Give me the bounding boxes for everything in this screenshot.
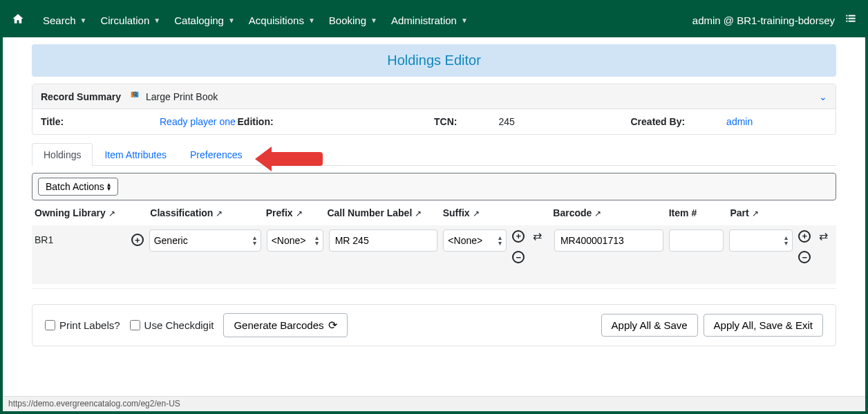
title-link[interactable]: Ready player one (160, 116, 236, 127)
col-barcode-label: Barcode (553, 207, 592, 218)
createdby-label: Created By: (631, 116, 686, 127)
print-labels-checkbox[interactable]: Print Labels? (45, 319, 120, 331)
prefix-select[interactable]: ▴▾ (267, 229, 323, 252)
prefix-input[interactable] (272, 235, 312, 246)
spinner-icon[interactable]: ▴▾ (784, 235, 788, 246)
classification-input[interactable] (154, 235, 250, 246)
chevron-down-icon: ▼ (461, 17, 468, 24)
nav-circulation[interactable]: Circulation▼ (93, 9, 167, 32)
nav-label: Circulation (100, 15, 149, 26)
footer-actions: Print Labels? Use Checkdigit Generate Ba… (32, 304, 836, 346)
grid-header-row: Owning Library↗ Classification↗ Prefix↗ … (32, 200, 836, 225)
createdby-link[interactable]: admin (726, 116, 753, 127)
nav-label: Acquisitions (249, 15, 304, 26)
svg-rect-3 (849, 17, 856, 19)
nav-acquisitions[interactable]: Acquisitions▼ (242, 9, 322, 32)
tcn-label: TCN: (434, 116, 457, 127)
use-checkdigit-input[interactable] (130, 320, 140, 330)
svg-rect-4 (846, 20, 847, 21)
holdings-row: BR1 + ▴▾ ▴▾ ▴▾ (32, 225, 836, 284)
spinner-icon[interactable]: ▴▾ (253, 235, 256, 246)
list-menu-icon[interactable] (845, 13, 857, 28)
status-bar: https://demo.evergreencatalog.com/eg2/en… (3, 396, 865, 411)
record-summary-row: Title: Ready player one Edition: TCN: 24… (32, 109, 836, 134)
add-circle-icon[interactable]: + (131, 234, 144, 246)
part-input[interactable] (734, 235, 782, 246)
page-title-banner: Holdings Editor (32, 44, 836, 77)
item-number-input[interactable] (669, 229, 724, 252)
record-summary-label: Record Summary (41, 91, 121, 102)
sort-icon[interactable]: ↗ (296, 209, 303, 218)
generate-barcodes-button[interactable]: Generate Barcodes ⟳ (223, 313, 347, 337)
record-format: Large Print Book (146, 91, 218, 102)
barcode-input[interactable] (554, 229, 663, 252)
main-navbar: Search▼ Circulation▼ Cataloging▼ Acquisi… (3, 3, 865, 37)
tab-label: Item Attributes (104, 149, 166, 160)
nav-label: Administration (391, 15, 457, 26)
apply-save-button[interactable]: Apply All & Save (601, 314, 698, 337)
col-owning-label: Owning Library (35, 207, 106, 218)
add-circle-icon[interactable]: + (512, 230, 525, 243)
suffix-select[interactable]: ▴▾ (443, 229, 507, 252)
apply-save-label: Apply All & Save (612, 319, 688, 331)
svg-rect-1 (849, 15, 856, 16)
sort-icon[interactable]: ↗ (415, 209, 422, 218)
svg-rect-0 (846, 15, 847, 16)
user-label[interactable]: admin @ BR1-training-bdorsey (692, 15, 835, 26)
col-prefix-label: Prefix (266, 207, 293, 218)
nav-label: Search (43, 15, 76, 26)
batch-actions-button[interactable]: Batch Actions ▴▾ (38, 178, 118, 196)
print-labels-input[interactable] (45, 320, 55, 330)
spinner-icon[interactable]: ▴▾ (498, 235, 502, 246)
sort-icon[interactable]: ↗ (216, 209, 223, 218)
nav-label: Booking (329, 15, 366, 26)
apply-save-exit-button[interactable]: Apply All, Save & Exit (704, 314, 823, 337)
chevron-down-icon: ▼ (308, 17, 315, 24)
nav-search[interactable]: Search▼ (36, 9, 93, 32)
col-itemno-label: Item # (669, 207, 697, 218)
nav-booking[interactable]: Booking▼ (322, 9, 384, 32)
tab-label: Holdings (44, 149, 81, 160)
col-class-label: Classification (150, 207, 213, 218)
tab-preferences[interactable]: Preferences (178, 143, 254, 166)
sort-icon: ▴▾ (107, 182, 111, 191)
nav-administration[interactable]: Administration▼ (384, 9, 475, 32)
generate-label: Generate Barcodes (234, 319, 323, 331)
sort-icon[interactable]: ↗ (752, 209, 759, 218)
tcn-value: 245 (498, 116, 514, 127)
tab-item-attributes[interactable]: Item Attributes (93, 143, 178, 166)
print-labels-label: Print Labels? (59, 319, 120, 331)
nav-cataloging[interactable]: Cataloging▼ (167, 9, 242, 32)
nav-label: Cataloging (174, 15, 224, 26)
chevron-down-icon: ▼ (80, 17, 87, 24)
chevron-down-icon: ▼ (370, 17, 377, 24)
svg-rect-2 (846, 17, 847, 19)
record-summary-panel: Record Summary Large Print Book ⌄ Title:… (32, 84, 836, 135)
use-checkdigit-checkbox[interactable]: Use Checkdigit (130, 319, 214, 331)
sort-icon[interactable]: ↗ (108, 209, 115, 218)
home-icon[interactable] (11, 12, 25, 28)
batch-actions-label: Batch Actions (46, 181, 104, 192)
owning-library-value: BR1 (35, 234, 53, 245)
part-select[interactable]: ▴▾ (729, 229, 793, 252)
suffix-input[interactable] (448, 235, 496, 246)
sort-icon[interactable]: ↗ (473, 209, 480, 218)
transfer-icon[interactable]: ⇄ (533, 229, 542, 243)
transfer-icon[interactable]: ⇄ (819, 229, 828, 243)
tab-bar: Holdings Item Attributes Preferences (32, 143, 836, 166)
record-summary-header: Record Summary Large Print Book ⌄ (32, 84, 836, 109)
book-format-icon (128, 90, 146, 103)
chevron-down-icon: ▼ (228, 17, 235, 24)
call-number-input[interactable] (329, 229, 438, 252)
title-label: Title: (41, 116, 118, 127)
add-circle-icon[interactable]: + (798, 230, 811, 243)
sort-icon[interactable]: ↗ (594, 209, 601, 218)
apply-save-exit-label: Apply All, Save & Exit (714, 319, 813, 331)
remove-circle-icon[interactable]: − (512, 251, 525, 263)
spinner-icon[interactable]: ▴▾ (315, 235, 319, 246)
classification-select[interactable]: ▴▾ (149, 229, 261, 252)
svg-rect-5 (849, 20, 856, 21)
chevron-down-icon[interactable]: ⌄ (819, 91, 827, 102)
tab-holdings[interactable]: Holdings (32, 143, 93, 166)
remove-circle-icon[interactable]: − (798, 251, 811, 263)
